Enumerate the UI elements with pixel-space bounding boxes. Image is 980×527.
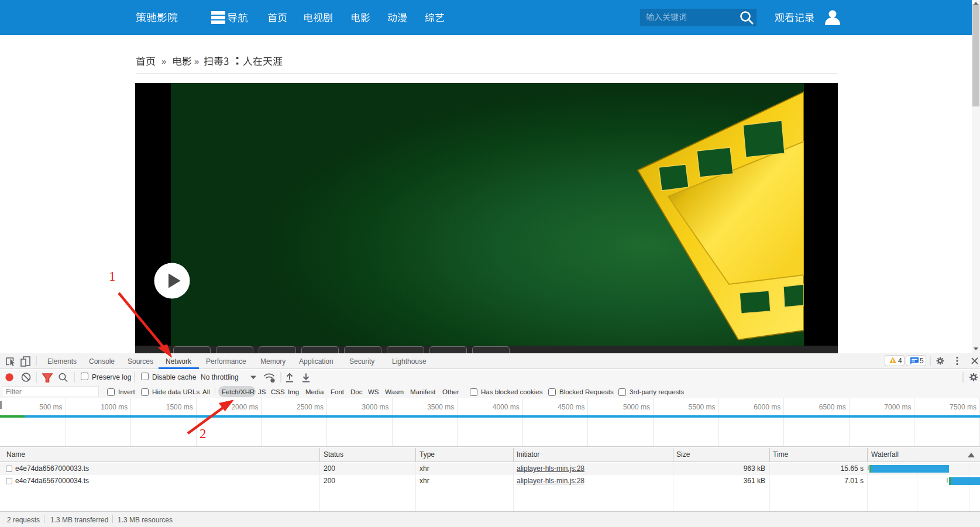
svg-text:1: 1 <box>109 269 116 284</box>
svg-text:4: 4 <box>898 357 902 365</box>
svg-text:5: 5 <box>920 357 924 365</box>
